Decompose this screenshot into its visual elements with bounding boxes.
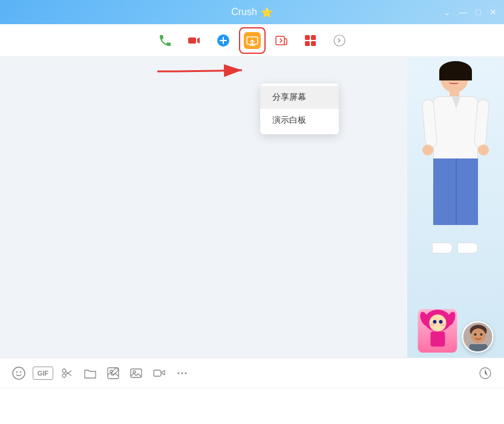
toolbar-row: 分享屏幕 演示白板 — [0, 24, 504, 57]
phone-icon — [155, 31, 175, 50]
phone-call-button[interactable] — [152, 27, 178, 54]
emoji-button[interactable] — [10, 364, 28, 382]
svg-point-24 — [480, 333, 483, 336]
svg-rect-17 — [430, 331, 445, 347]
svg-rect-7 — [305, 41, 310, 46]
clock-button[interactable] — [476, 364, 494, 382]
title-bar: Crush ⭐ ⌄ — □ ✕ — [0, 0, 504, 24]
title-controls: ⌄ — □ ✕ — [443, 7, 497, 17]
image-button[interactable] — [127, 364, 145, 382]
svg-point-28 — [20, 371, 21, 372]
chat-area — [0, 57, 407, 357]
grid-button[interactable] — [297, 27, 324, 54]
more-tools-button[interactable] — [173, 364, 191, 382]
clip-button[interactable] — [268, 27, 295, 54]
svg-point-27 — [16, 371, 18, 372]
svg-point-30 — [62, 374, 66, 377]
message-input[interactable] — [10, 393, 494, 424]
svg-rect-5 — [305, 35, 310, 40]
svg-point-39 — [182, 372, 183, 374]
message-input-area[interactable] — [0, 388, 504, 424]
svg-point-12 — [429, 315, 446, 331]
video-call-button[interactable] — [181, 27, 208, 54]
svg-point-16 — [440, 324, 445, 326]
svg-rect-37 — [154, 370, 161, 376]
input-toolbar: GIF — [0, 357, 504, 388]
svg-rect-4 — [276, 36, 284, 45]
svg-rect-6 — [311, 35, 316, 40]
more-button[interactable] — [326, 27, 353, 54]
avatar-jeans — [433, 158, 478, 225]
plus-circle-icon — [214, 31, 233, 50]
svg-point-14 — [439, 320, 442, 324]
video-clip-button[interactable] — [150, 364, 168, 382]
close-button[interactable]: ✕ — [489, 7, 497, 17]
svg-rect-8 — [311, 41, 316, 46]
svg-rect-0 — [188, 38, 196, 44]
gif-label: GIF — [38, 370, 48, 377]
svg-point-15 — [430, 324, 435, 326]
avatar-torso — [433, 96, 478, 160]
svg-point-40 — [185, 372, 187, 374]
folder-button[interactable] — [81, 364, 99, 382]
main-avatar — [416, 60, 495, 253]
title-text: Crush ⭐ — [231, 7, 273, 18]
share-screen-button[interactable] — [239, 27, 266, 54]
chevron-down-button[interactable]: ⌄ — [443, 7, 451, 17]
title-label: Crush — [231, 7, 257, 18]
whiteboard-menu-item[interactable]: 演示白板 — [260, 109, 339, 132]
chevron-right-icon — [330, 31, 349, 50]
svg-point-29 — [62, 369, 66, 373]
male-avatar — [462, 321, 494, 353]
main-content — [0, 57, 504, 357]
svg-point-23 — [474, 333, 477, 336]
svg-point-36 — [133, 371, 136, 373]
share-screen-menu-item[interactable]: 分享屏幕 — [260, 86, 339, 109]
add-button[interactable] — [210, 27, 237, 54]
small-avatars — [418, 309, 494, 353]
maximize-button[interactable]: □ — [476, 7, 481, 17]
svg-point-13 — [433, 320, 436, 324]
anime-avatar — [418, 309, 457, 353]
share-dropdown: 分享屏幕 演示白板 — [260, 83, 339, 134]
avatar-panel — [407, 57, 504, 357]
minimize-button[interactable]: — — [459, 7, 468, 17]
video-icon — [185, 31, 204, 50]
scissors-button[interactable] — [58, 364, 76, 382]
clip-icon — [272, 31, 291, 50]
gif-button[interactable]: GIF — [33, 367, 53, 380]
title-star: ⭐ — [261, 7, 273, 18]
grid-icon — [301, 31, 320, 50]
svg-point-38 — [178, 372, 180, 374]
svg-rect-33 — [108, 368, 119, 379]
svg-point-22 — [471, 328, 486, 343]
avatar-hair — [439, 61, 472, 80]
share-screen-icon — [243, 31, 262, 50]
svg-rect-25 — [470, 344, 488, 353]
image-edit-button[interactable] — [104, 364, 122, 382]
svg-point-26 — [13, 367, 25, 379]
